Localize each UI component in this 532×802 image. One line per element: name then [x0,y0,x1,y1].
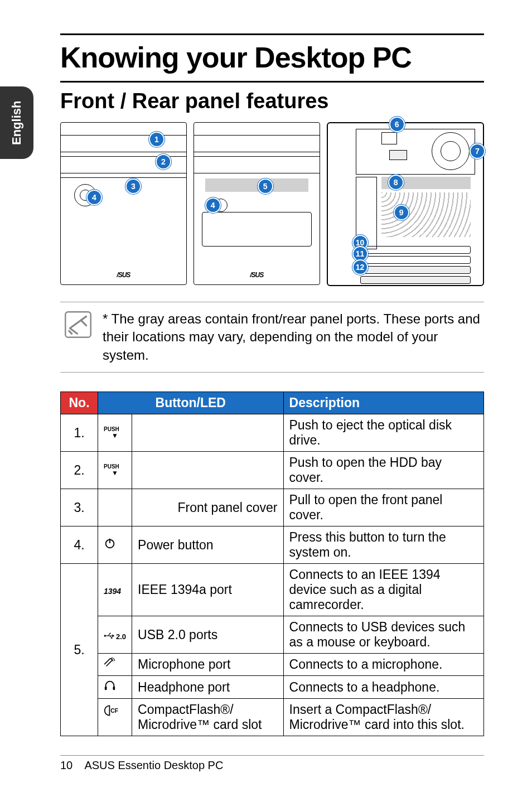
row-desc: Press this button to turn the system on. [283,526,483,564]
row-num: 4. [61,526,98,564]
page-number: 10 [60,759,72,771]
callout-7: 7 [470,143,485,159]
row-label: CompactFlash®/ Microdrive™ card slot [132,699,283,736]
row-label: Headphone port [132,676,283,699]
usb-icon: 2.0 [98,616,132,654]
callout-2: 2 [156,154,171,170]
callout-12: 12 [352,259,368,275]
col-button-led: Button/LED [98,392,284,414]
row-desc: Connects to an IEEE 1394 device such as … [283,564,483,616]
table-row: Microphone port Connects to a microphone… [61,654,484,676]
row-desc: Connects to a microphone. [283,654,483,676]
svg-rect-0 [65,312,91,337]
row-label: Power button [132,526,283,564]
callout-5: 5 [258,178,273,194]
callout-1: 1 [149,132,165,147]
svg-text:CF: CF [110,708,118,714]
table-row: 1. PUSH▼ Push to eject the optical disk … [61,414,484,452]
front-panel-drawing-1: /SUS 1 2 3 4 [60,122,187,285]
table-row: 2.0 USB 2.0 ports Connects to USB device… [61,616,484,654]
row-desc: Connects to a headphone. [283,676,483,699]
callout-3: 3 [125,178,141,194]
table-row: CF CompactFlash®/ Microdrive™ card slot … [61,699,484,736]
row-label [132,414,283,452]
row-desc: Connects to USB devices such as a mouse … [283,616,483,654]
push-icon: PUSH▼ [98,452,132,489]
table-row: 5. 1394 IEEE 1394a port Connects to an I… [61,564,484,616]
row-desc: Insert a CompactFlash®/ Microdrive™ card… [283,699,483,736]
row-desc: Pull to open the front panel cover. [283,489,483,526]
panel-drawings: /SUS 1 2 3 4 /SUS 5 4 [60,122,484,286]
callout-4a: 4 [86,190,102,205]
svg-line-5 [108,634,110,636]
callout-6: 6 [389,117,405,132]
callout-9: 9 [394,205,409,220]
table-header-row: No. Button/LED Description [61,392,484,414]
note-box: * The gray areas contain front/rear pane… [60,302,484,373]
col-no: No. [61,392,98,414]
table-row: 3. Front panel cover Pull to open the fr… [61,489,484,526]
row-label: Microphone port [132,654,283,676]
row-label: IEEE 1394a port [132,564,283,616]
compactflash-icon: CF [98,699,132,736]
language-side-tab: English [0,86,33,159]
row-num: 2. [61,452,98,489]
no-icon [98,489,132,526]
power-icon [98,526,132,564]
table-row: Headphone port Connects to a headphone. [61,676,484,699]
page-content: Knowing your Desktop PC Front / Rear pan… [60,33,484,736]
row-label: Front panel cover [132,489,283,526]
svg-point-6 [109,632,110,634]
col-description: Description [283,392,483,414]
svg-rect-10 [113,687,115,690]
asus-logo: /SUS [250,271,263,279]
ieee1394-icon: 1394 [98,564,132,616]
row-num: 5. [61,564,98,736]
push-icon: PUSH▼ [98,414,132,452]
rear-panel-drawing: 6 7 8 9 10 11 12 [327,122,484,286]
headphone-icon [98,676,132,699]
asus-logo: /SUS [117,271,130,279]
features-table: No. Button/LED Description 1. PUSH▼ Push… [60,392,484,736]
note-icon [64,310,93,339]
callout-4b: 4 [205,197,221,213]
row-desc: Push to open the HDD bay cover. [283,452,483,489]
callout-8: 8 [388,175,404,190]
page-title: Knowing your Desktop PC [60,33,484,83]
row-label [132,452,283,489]
row-label: USB 2.0 ports [132,616,283,654]
table-row: 2. PUSH▼ Push to open the HDD bay cover. [61,452,484,489]
product-name: ASUS Essentio Desktop PC [84,759,223,771]
svg-rect-8 [111,637,112,638]
note-text: * The gray areas contain front/rear pane… [103,310,481,364]
section-title: Front / Rear panel features [60,89,484,113]
page-footer: 10 ASUS Essentio Desktop PC [60,755,484,772]
table-row: 4. Power button Press this button to tur… [61,526,484,564]
row-num: 3. [61,489,98,526]
svg-rect-9 [105,687,107,690]
front-panel-drawing-2: /SUS 5 4 [194,122,320,285]
row-num: 1. [61,414,98,452]
microphone-icon [98,654,132,676]
row-desc: Push to eject the optical disk drive. [283,414,483,452]
